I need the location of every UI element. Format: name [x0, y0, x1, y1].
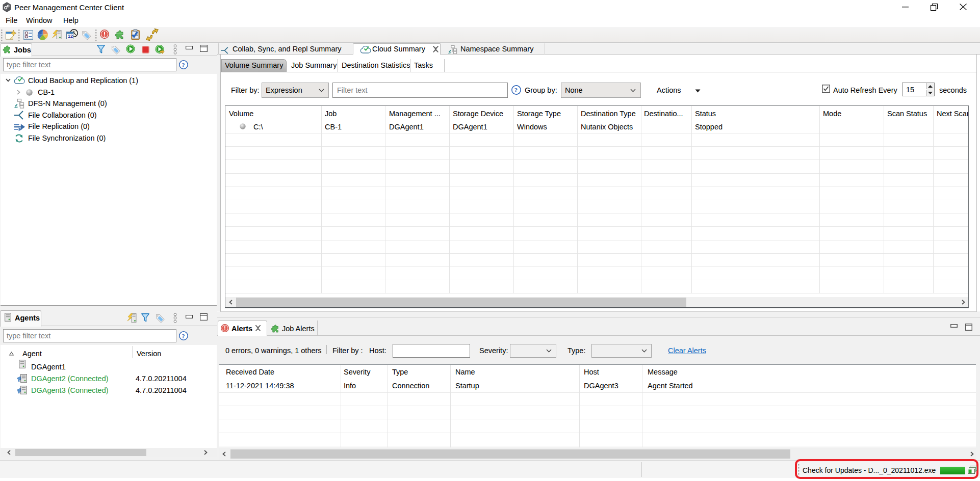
svg-text:?: ?	[182, 62, 185, 69]
svg-text:?: ?	[514, 87, 518, 94]
svg-text:?: ?	[182, 333, 185, 340]
svg-text:12: 12	[68, 34, 73, 39]
